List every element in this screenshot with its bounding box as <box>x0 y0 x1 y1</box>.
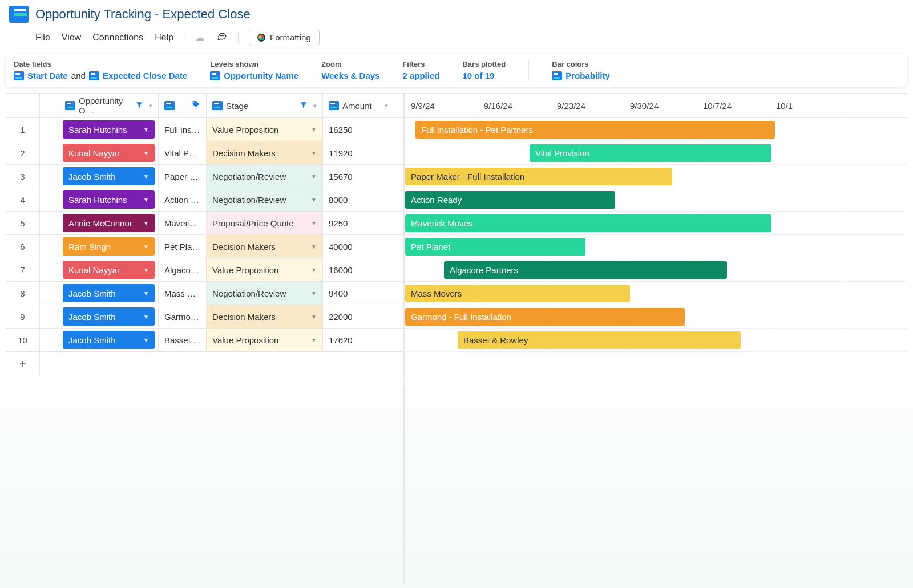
formatting-button[interactable]: Formatting <box>249 29 320 46</box>
filter-icon[interactable] <box>135 101 143 111</box>
chevron-down-icon: ▼ <box>143 267 149 273</box>
cloud-sync-icon[interactable]: ☁ <box>195 31 205 44</box>
amount-cell[interactable]: 17620 <box>323 329 394 351</box>
amount-cell[interactable]: 40000 <box>323 235 394 258</box>
levels-shown-value[interactable]: Opportunity Name <box>210 71 298 80</box>
stage-label: Decision Makers <box>212 312 276 322</box>
expand-cell[interactable] <box>40 329 59 351</box>
amount-cell[interactable]: 9400 <box>323 282 394 305</box>
comments-icon[interactable] <box>216 31 228 44</box>
gantt-bar[interactable]: Basset & Rowley <box>458 331 741 349</box>
owner-chip[interactable]: Jacob Smith▼ <box>63 307 155 326</box>
stage-column-header[interactable]: Stage ▾ <box>207 94 323 117</box>
bar-colors-value[interactable]: Probability <box>552 71 610 80</box>
stage-cell[interactable]: Value Proposition▼ <box>207 329 322 351</box>
expand-cell[interactable] <box>40 305 59 328</box>
row-number: 2 <box>6 141 40 164</box>
stage-cell[interactable]: Decision Makers▼ <box>207 305 322 328</box>
zoom-label: Zoom <box>321 60 379 68</box>
owner-chip[interactable]: Kunal Nayyar▼ <box>63 261 155 279</box>
owner-chip[interactable]: Jacob Smith▼ <box>63 284 155 302</box>
owner-chip[interactable]: Kunal Nayyar▼ <box>63 144 155 162</box>
column-menu-caret-icon[interactable]: ▾ <box>385 102 388 110</box>
amount-column-header[interactable]: Amount ▾ <box>323 94 394 117</box>
expand-cell[interactable] <box>40 282 59 305</box>
opportunity-name-cell[interactable]: Basset … <box>159 329 207 351</box>
amount-cell[interactable]: 9250 <box>323 212 394 234</box>
column-menu-caret-icon[interactable]: ▾ <box>313 102 317 110</box>
owner-chip[interactable]: Ram Singh▼ <box>63 237 155 256</box>
stage-cell[interactable]: Negotiation/Review▼ <box>207 165 322 188</box>
expand-cell[interactable] <box>40 118 59 141</box>
add-row-button[interactable]: ＋ <box>6 352 40 375</box>
opportunity-name-cell[interactable]: Vital P… <box>159 141 207 164</box>
amount-cell[interactable]: 15670 <box>323 165 394 188</box>
filters-value[interactable]: 2 applied <box>402 71 439 80</box>
stage-cell[interactable]: Negotiation/Review▼ <box>207 282 322 305</box>
gantt-bar[interactable]: Algacore Partners <box>444 261 727 279</box>
gantt-bar[interactable]: Paper Maker - Full Installation <box>405 168 672 185</box>
stage-cell[interactable]: Value Proposition▼ <box>207 258 322 281</box>
menu-view[interactable]: View <box>62 33 81 43</box>
table-row: 9Jacob Smith▼Garmo…Decision Makers▼22000 <box>6 305 403 329</box>
and-text: and <box>71 71 86 80</box>
table-row: 5Annie McConnor▼Maveri…Proposal/Price Qu… <box>6 212 403 235</box>
opportunity-column-header[interactable] <box>159 94 207 117</box>
svg-point-2 <box>224 35 224 36</box>
amount-cell[interactable]: 22000 <box>323 305 394 328</box>
menu-divider-2 <box>238 32 239 43</box>
menu-file[interactable]: File <box>35 33 50 43</box>
gantt-bar[interactable]: Maverick Moves <box>405 214 771 232</box>
opportunity-name-cell[interactable]: Mass … <box>159 282 207 305</box>
owner-chip[interactable]: Jacob Smith▼ <box>63 167 155 185</box>
gantt-bar[interactable]: Full installation - Pet Partners <box>415 121 775 139</box>
expand-cell[interactable] <box>40 188 59 211</box>
expand-cell[interactable] <box>40 212 59 234</box>
chevron-down-icon: ▼ <box>143 127 149 133</box>
opportunity-name-cell[interactable]: Pet Pla… <box>159 235 207 258</box>
date-fields-value[interactable]: Start Date and Expected Close Date <box>14 71 187 80</box>
opportunity-name-cell[interactable]: Maveri… <box>159 212 207 234</box>
opportunity-name-cell[interactable]: Action … <box>159 188 207 211</box>
gantt-timeline[interactable]: 9/9/249/16/249/23/249/30/2410/7/2410/1 F… <box>405 93 907 584</box>
stage-cell[interactable]: Proposal/Price Quote▼ <box>207 212 322 234</box>
filter-icon[interactable] <box>300 101 308 111</box>
stage-cell[interactable]: Negotiation/Review▼ <box>207 188 322 211</box>
menu-help[interactable]: Help <box>155 33 173 43</box>
owner-chip[interactable]: Jacob Smith▼ <box>63 331 155 349</box>
gantt-bar[interactable]: Action Ready <box>405 191 615 209</box>
amount-cell[interactable]: 16000 <box>323 258 394 281</box>
opportunity-name-cell[interactable]: Algaco… <box>159 258 207 281</box>
owner-chip[interactable]: Sarah Hutchins▼ <box>63 120 155 139</box>
owner-chip[interactable]: Annie McConnor▼ <box>63 214 155 232</box>
expand-cell[interactable] <box>40 235 59 258</box>
gantt-bar[interactable]: Garmond - Full Installation <box>405 308 685 326</box>
owner-column-header[interactable]: Opportunity O… ▾ <box>59 94 159 117</box>
menu-connections[interactable]: Connections <box>92 33 143 43</box>
amount-cell[interactable]: 11920 <box>323 141 394 164</box>
gantt-bar[interactable]: Mass Movers <box>405 285 630 302</box>
opportunity-name-cell[interactable]: Paper … <box>159 165 207 188</box>
stage-cell[interactable]: Decision Makers▼ <box>207 141 322 164</box>
bars-plotted-value[interactable]: 10 of 19 <box>462 71 506 80</box>
stage-cell[interactable]: Value Proposition▼ <box>207 118 322 141</box>
chevron-down-icon: ▼ <box>311 337 317 343</box>
gantt-bar[interactable]: Vital Provision <box>530 144 771 162</box>
expand-cell[interactable] <box>40 165 59 188</box>
chevron-down-icon: ▼ <box>143 197 149 203</box>
app-logo-icon[interactable] <box>9 6 29 23</box>
expand-cell[interactable] <box>40 141 59 164</box>
expand-cell[interactable] <box>40 258 59 281</box>
column-menu-caret-icon[interactable]: ▾ <box>149 102 152 110</box>
filters-label: Filters <box>402 60 439 68</box>
opportunity-name-cell[interactable]: Full ins… <box>159 118 207 141</box>
owner-name: Annie McConnor <box>68 218 132 228</box>
amount-cell[interactable]: 16250 <box>323 118 394 141</box>
zoom-value[interactable]: Weeks & Days <box>321 71 379 80</box>
gantt-bar[interactable]: Pet Planet <box>405 238 585 256</box>
amount-header-label: Amount <box>342 101 372 111</box>
stage-cell[interactable]: Decision Makers▼ <box>207 235 322 258</box>
owner-chip[interactable]: Sarah Hutchins▼ <box>63 190 155 209</box>
amount-cell[interactable]: 8000 <box>323 188 394 211</box>
opportunity-name-cell[interactable]: Garmo… <box>159 305 207 328</box>
